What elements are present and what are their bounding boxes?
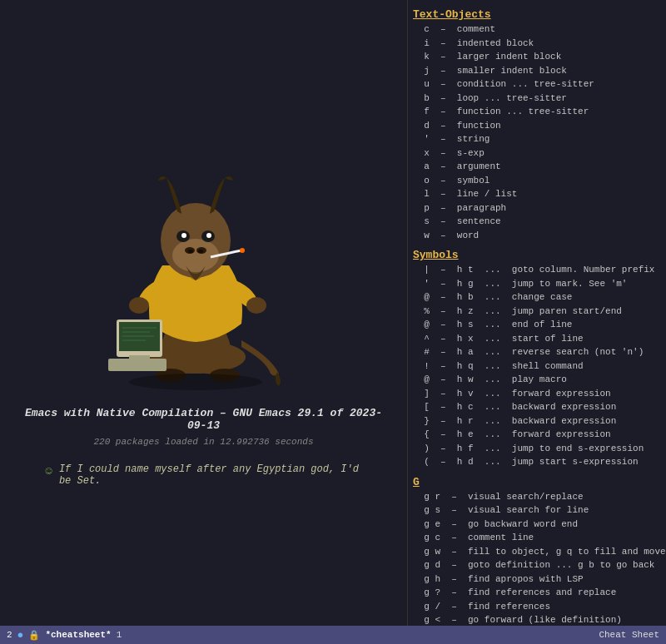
svg-point-10 — [198, 250, 203, 253]
list-item: g c – comment line — [413, 531, 661, 545]
list-item: ' – string — [413, 132, 661, 146]
list-item: x – s-exp — [413, 146, 661, 161]
list-item: g ? – find references and replace — [413, 586, 661, 600]
status-bar: 2 ● 🔒 *cheatsheet* 1 Cheat Sheet — [0, 626, 666, 644]
list-item: g d – goto definition ... g b to go back — [413, 558, 661, 572]
list-item: d – function — [413, 119, 661, 133]
list-item: | – h t ... goto column. Number prefix — [413, 263, 661, 277]
status-tab-num: 1 — [117, 630, 122, 640]
quote-line: ☺ If I could name myself after any Egypt… — [46, 463, 362, 487]
list-item: @ – h b ... change case — [413, 290, 661, 305]
right-panel[interactable]: Text-Objects c – comment i – indented bl… — [408, 0, 666, 644]
list-item: g h – find apropos with LSP — [413, 572, 661, 587]
packages-info: 220 packages loaded in 12.992736 seconds — [93, 437, 313, 447]
app-title: Emacs with Native Compilation – GNU Emac… — [17, 407, 390, 432]
quote-text: If I could name myself after any Egyptia… — [59, 463, 362, 487]
list-item: % – h z ... jump paren start/end — [413, 305, 661, 319]
svg-point-14 — [206, 233, 211, 238]
list-item: ) – h f ... jump to end s-expression — [413, 442, 661, 456]
status-right-label: Cheat Sheet — [599, 630, 659, 640]
svg-point-4 — [129, 297, 149, 314]
list-item: ( – h d ... jump start s-expression — [413, 455, 661, 469]
list-item: g s – visual search for line — [413, 503, 661, 518]
svg-rect-23 — [108, 359, 166, 371]
list-item: g w – fill to object, g q to fill and mo… — [413, 545, 661, 559]
section-list-text-objects: c – comment i – indented block k – large… — [413, 22, 661, 242]
list-item: o – symbol — [413, 174, 661, 188]
list-item: f – function ... tree-sitter — [413, 105, 661, 119]
status-lock-icon: 🔒 — [28, 630, 40, 641]
list-item: [ – h c ... backward expression — [413, 400, 661, 414]
list-item: b – loop ... tree-sitter — [413, 92, 661, 106]
svg-rect-18 — [129, 355, 150, 359]
svg-point-13 — [181, 233, 186, 238]
list-item: @ – h s ... end of line — [413, 318, 661, 332]
list-item: p – paragraph — [413, 201, 661, 215]
list-item: u – condition ... tree-sitter — [413, 77, 661, 92]
svg-point-3 — [246, 297, 266, 314]
list-item: } – h r ... backward expression — [413, 414, 661, 429]
section-list-symbols: | – h t ... goto column. Number prefix '… — [413, 263, 661, 469]
list-item: @ – h w ... play macro — [413, 373, 661, 387]
quote-icon: ☺ — [46, 464, 52, 478]
list-item: g e – go backward word end — [413, 518, 661, 532]
status-number: 2 — [7, 630, 12, 640]
list-item: i – indented block — [413, 37, 661, 51]
list-item: { – h e ... forward expression — [413, 428, 661, 442]
section-title-text-objects: Text-Objects — [413, 8, 661, 21]
list-item: a – argument — [413, 160, 661, 174]
list-item: ] – h v ... forward expression — [413, 387, 661, 401]
left-panel: Emacs with Native Compilation – GNU Emac… — [0, 0, 408, 644]
svg-point-9 — [188, 250, 193, 253]
list-item: l – line / list — [413, 187, 661, 201]
gnu-mascot-image — [87, 157, 321, 390]
list-item: # – h a ... reverse search (not 'n') — [413, 345, 661, 359]
section-list-g: g r – visual search/replace g s – visual… — [413, 490, 661, 645]
section-title-g: G — [413, 476, 661, 488]
list-item: c – comment — [413, 22, 661, 37]
list-item: j – smaller indent block — [413, 64, 661, 78]
list-item: w – word — [413, 229, 661, 243]
list-item: ' – h g ... jump to mark. See 'm' — [413, 277, 661, 291]
svg-point-6 — [172, 239, 219, 272]
svg-point-15 — [240, 248, 245, 253]
section-title-symbols: Symbols — [413, 249, 661, 261]
list-item: s – sentence — [413, 215, 661, 229]
status-filename: *cheatsheet* — [45, 630, 111, 640]
status-dot: ● — [17, 629, 24, 642]
list-item: g / – find references — [413, 600, 661, 614]
list-item: ! – h q ... shell command — [413, 359, 661, 374]
list-item: k – larger indent block — [413, 50, 661, 64]
svg-point-24 — [129, 374, 262, 390]
list-item: ^ – h x ... start of line — [413, 332, 661, 346]
list-item: g r – visual search/replace — [413, 490, 661, 504]
